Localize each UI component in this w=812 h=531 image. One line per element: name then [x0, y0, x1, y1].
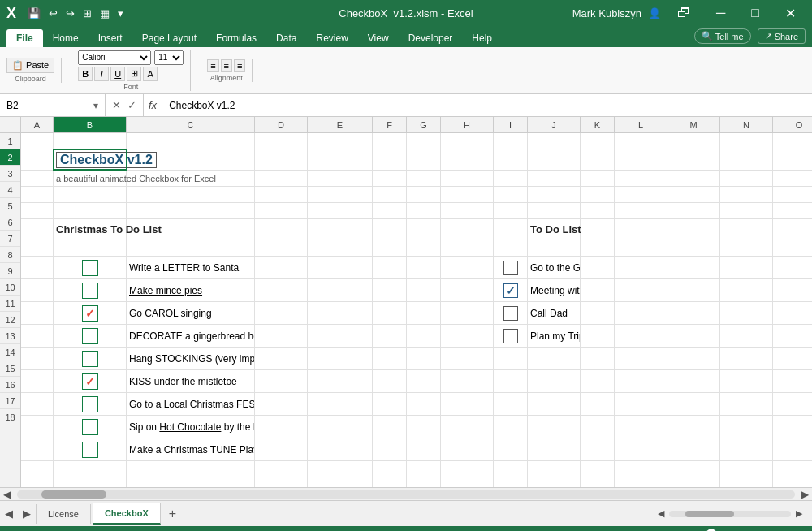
cell-c4[interactable] [127, 187, 255, 202]
cell-o17[interactable] [773, 461, 812, 477]
row-17[interactable]: 17 [0, 393, 20, 409]
cell-o1[interactable] [773, 133, 812, 149]
cancel-formula-icon[interactable]: ✕ [110, 99, 123, 111]
cell-c7[interactable] [127, 240, 255, 256]
qa-forms-icon[interactable]: ▦ [97, 6, 113, 21]
col-header-n[interactable]: N [720, 117, 773, 132]
cell-k16[interactable] [581, 438, 615, 460]
cell-d14[interactable] [255, 393, 308, 415]
sheet-scroll-next[interactable]: ▶ [793, 507, 806, 520]
cell-l2[interactable] [615, 149, 667, 170]
cell-k10[interactable] [581, 302, 615, 324]
cell-b17[interactable] [54, 461, 127, 477]
cell-n6[interactable] [720, 219, 773, 240]
cell-l17[interactable] [615, 461, 667, 477]
cell-m12[interactable] [667, 348, 720, 369]
cell-n14[interactable] [720, 393, 773, 415]
cell-h9[interactable] [441, 279, 494, 301]
cell-n16[interactable] [720, 438, 773, 460]
cell-l4[interactable] [615, 187, 667, 202]
cell-l8[interactable] [615, 257, 667, 278]
cell-h12[interactable] [441, 348, 494, 369]
cell-l7[interactable] [615, 240, 667, 256]
cell-k2[interactable] [581, 149, 615, 170]
cell-c18[interactable] [127, 477, 255, 487]
row-16[interactable]: 16 [0, 377, 20, 393]
sheet-scroll-left[interactable]: ◀ [0, 504, 18, 523]
cell-a16[interactable] [21, 438, 54, 460]
cell-j7[interactable] [528, 240, 581, 256]
row-18[interactable]: 18 [0, 409, 20, 425]
christmas-checkbox-5[interactable]: ✓ [82, 373, 98, 390]
cell-d16[interactable] [255, 438, 308, 460]
cell-g18[interactable] [407, 477, 441, 487]
cell-e12[interactable] [308, 348, 373, 369]
cell-f15[interactable] [373, 416, 407, 438]
fill-color-button[interactable]: A [143, 67, 158, 81]
todo-checkbox-2[interactable] [503, 306, 518, 321]
cell-k12[interactable] [581, 348, 615, 369]
cell-g2[interactable] [407, 149, 441, 170]
border-button[interactable]: ⊞ [127, 67, 141, 81]
cell-o14[interactable] [773, 393, 812, 415]
cell-n13[interactable] [720, 370, 773, 392]
cell-j9[interactable]: Meeting with Client [528, 279, 581, 301]
cell-o15[interactable] [773, 416, 812, 438]
cell-d9[interactable] [255, 279, 308, 301]
cell-d7[interactable] [255, 240, 308, 256]
cell-f9[interactable] [373, 279, 407, 301]
cell-g15[interactable] [407, 416, 441, 438]
cell-d3[interactable] [255, 171, 308, 186]
cell-d8[interactable] [255, 257, 308, 278]
cell-g3[interactable] [407, 171, 441, 186]
cell-e10[interactable] [308, 302, 373, 324]
col-header-l[interactable]: L [615, 117, 667, 132]
cell-b8-checkbox[interactable] [54, 257, 127, 278]
cell-f11[interactable] [373, 325, 407, 347]
cell-c5[interactable] [127, 203, 255, 218]
cell-l10[interactable] [615, 302, 667, 324]
cell-e3[interactable] [308, 171, 373, 186]
cell-d2[interactable] [255, 149, 308, 170]
cell-j2[interactable] [528, 149, 581, 170]
tab-page-layout[interactable]: Page Layout [132, 29, 206, 47]
cell-i7[interactable] [494, 240, 528, 256]
cell-b1[interactable] [54, 133, 127, 149]
cell-g6[interactable] [407, 219, 441, 240]
cell-e1[interactable] [308, 133, 373, 149]
cell-b18[interactable] [54, 477, 127, 487]
confirm-formula-icon[interactable]: ✓ [126, 99, 138, 111]
cell-j13[interactable] [528, 370, 581, 392]
tab-developer[interactable]: Developer [399, 29, 463, 47]
cell-i3[interactable] [494, 171, 528, 186]
cell-o5[interactable] [773, 203, 812, 218]
name-box-dropdown[interactable]: ▾ [93, 100, 98, 111]
cell-e6[interactable] [308, 219, 373, 240]
cell-g9[interactable] [407, 279, 441, 301]
h-scrollbar-thumb[interactable] [41, 490, 106, 499]
cell-m7[interactable] [667, 240, 720, 256]
cell-a1[interactable] [21, 133, 54, 149]
cell-l11[interactable] [615, 325, 667, 347]
cell-g1[interactable] [407, 133, 441, 149]
cell-l18[interactable] [615, 477, 667, 487]
cell-i2[interactable] [494, 149, 528, 170]
todo-checkbox-3[interactable] [503, 329, 518, 343]
cell-d13[interactable] [255, 370, 308, 392]
cell-o3[interactable] [773, 171, 812, 186]
col-header-i[interactable]: I [494, 117, 528, 132]
paste-button[interactable]: 📋 Paste [6, 58, 54, 73]
cell-f6[interactable] [373, 219, 407, 240]
cell-a5[interactable] [21, 203, 54, 218]
col-header-o[interactable]: O [773, 117, 812, 132]
cell-h5[interactable] [441, 203, 494, 218]
cell-o8[interactable] [773, 257, 812, 278]
cell-f16[interactable] [373, 438, 407, 460]
cell-a4[interactable] [21, 187, 54, 202]
cell-l12[interactable] [615, 348, 667, 369]
cell-l9[interactable] [615, 279, 667, 301]
cell-f18[interactable] [373, 477, 407, 487]
cell-i6[interactable] [494, 219, 528, 240]
cell-i11-todo-checkbox[interactable] [494, 325, 528, 347]
cell-a6[interactable] [21, 219, 54, 240]
